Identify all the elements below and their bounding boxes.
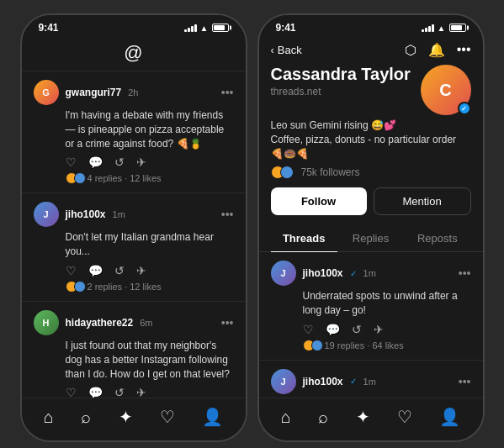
tab-replies[interactable]: Replies xyxy=(337,225,404,251)
avatar-2: J xyxy=(34,202,59,227)
post-stats-2: 2 replies · 12 likes xyxy=(66,281,234,293)
post-actions-2: ♡ 💬 ↺ ✈ xyxy=(66,264,234,277)
more-btn-1[interactable]: ••• xyxy=(221,86,234,99)
status-time-1: 9:41 xyxy=(39,22,59,34)
back-button[interactable]: ‹ Back xyxy=(271,44,302,56)
profile-post-header-2: J jiho100x ✓ 1m ••• xyxy=(271,369,471,394)
profile-post-stats-1: 19 replies · 64 likes xyxy=(303,340,471,351)
repost-icon-1[interactable]: ↺ xyxy=(114,155,125,169)
nav-home-icon-2[interactable]: ⌂ xyxy=(281,408,291,427)
more-btn-2[interactable]: ••• xyxy=(221,208,234,221)
repost-icon-2[interactable]: ↺ xyxy=(114,264,125,277)
nav-profile-icon-2[interactable]: 👤 xyxy=(439,407,460,427)
instagram-icon[interactable]: ⬡ xyxy=(405,42,416,58)
nav-likes-icon-2[interactable]: ♡ xyxy=(397,407,412,427)
followers-count: 75k followers xyxy=(301,166,360,178)
profile-comment-icon-1[interactable]: 💬 xyxy=(326,323,340,336)
profile-more-btn-1[interactable]: ••• xyxy=(459,266,471,280)
nav-search-icon[interactable]: ⌕ xyxy=(81,408,91,427)
mini-avatars-1 xyxy=(66,172,82,184)
profile-username-2[interactable]: jiho100x xyxy=(303,376,343,387)
username-2[interactable]: jiho100x xyxy=(66,208,106,220)
post-content-3: I just found out that my neighbor's dog … xyxy=(66,339,234,381)
post-stats-text-1: 4 replies · 12 likes xyxy=(88,173,162,183)
comment-icon-3[interactable]: 💬 xyxy=(88,386,103,398)
nav-search-icon-2[interactable]: ⌕ xyxy=(318,408,328,427)
battery-icon-2 xyxy=(449,24,466,32)
signal-icon xyxy=(184,24,197,32)
profile-more-btn-2[interactable]: ••• xyxy=(459,375,471,388)
status-bar-1: 9:41 ▲ xyxy=(22,15,246,37)
more-options-icon[interactable]: ••• xyxy=(457,42,471,58)
back-chevron-icon: ‹ xyxy=(271,44,274,56)
profile-username-1[interactable]: jiho100x xyxy=(303,267,343,279)
post-3: H hidayathere22 6m ••• I just found out … xyxy=(22,302,246,398)
post-actions-3: ♡ 💬 ↺ ✈ xyxy=(66,386,234,398)
battery-icon xyxy=(212,24,229,32)
follow-button[interactable]: Follow xyxy=(271,187,367,215)
nav-home-icon[interactable]: ⌂ xyxy=(44,408,54,427)
share-icon-3[interactable]: ✈ xyxy=(136,386,146,398)
profile-post-content-1: Underrated spots to unwind after a long … xyxy=(303,289,471,318)
profile-tabs: Threads Replies Reposts xyxy=(259,225,483,252)
back-label: Back xyxy=(278,44,302,56)
profile-main: Cassandra Taylor threads.net C ✓ Leo sun… xyxy=(259,65,483,252)
signal-icon-2 xyxy=(422,24,434,32)
notifications-icon[interactable]: 🔔 xyxy=(428,42,445,58)
username-1[interactable]: gwanguri77 xyxy=(66,87,122,98)
profile-share-icon-1[interactable]: ✈ xyxy=(374,323,384,336)
heart-icon-1[interactable]: ♡ xyxy=(66,155,77,169)
heart-icon-3[interactable]: ♡ xyxy=(66,386,77,398)
profile-post-1: J jiho100x ✓ 1m ••• Underrated spots to … xyxy=(259,252,483,361)
mention-button[interactable]: Mention xyxy=(374,187,471,215)
bottom-nav-1: ⌂ ⌕ ✦ ♡ 👤 xyxy=(22,398,246,440)
followers-mini-avatars xyxy=(271,166,289,179)
avatar-1: G xyxy=(34,80,59,105)
post-header-1: G gwanguri77 2h ••• xyxy=(34,80,234,105)
profile-header-icons: ⬡ 🔔 ••• xyxy=(405,42,471,58)
tab-threads[interactable]: Threads xyxy=(271,225,337,251)
status-icons-1: ▲ xyxy=(184,24,229,33)
feed[interactable]: G gwanguri77 2h ••• I'm having a debate … xyxy=(22,71,246,398)
profile-handle: threads.net xyxy=(271,86,411,98)
profile-post-header-1: J jiho100x ✓ 1m ••• xyxy=(271,261,471,286)
profile-name-handle: Cassandra Taylor threads.net xyxy=(271,65,411,98)
profile-avatar: C ✓ xyxy=(421,65,471,115)
nav-create-icon[interactable]: ✦ xyxy=(119,407,133,427)
post-time-2: 1m xyxy=(113,209,125,219)
status-time-2: 9:41 xyxy=(276,22,296,34)
post-content-2: Don't let my Italian grandma hear you... xyxy=(66,230,234,259)
wifi-icon-2: ▲ xyxy=(438,24,446,33)
profile-avatar-post-2: J xyxy=(271,369,296,394)
repost-icon-3[interactable]: ↺ xyxy=(114,386,125,398)
tab-reposts[interactable]: Reposts xyxy=(404,225,470,251)
profile-mini-avatars-1 xyxy=(303,340,320,351)
profile-post-user-info-1: J jiho100x ✓ 1m xyxy=(271,261,376,286)
heart-icon-2[interactable]: ♡ xyxy=(66,264,77,277)
nav-profile-icon[interactable]: 👤 xyxy=(202,407,223,427)
profile-top: Cassandra Taylor threads.net C ✓ xyxy=(271,65,471,115)
profile-post-2: J jiho100x ✓ 1m ••• V excited about the … xyxy=(259,361,483,398)
profile-repost-icon-1[interactable]: ↺ xyxy=(352,323,362,336)
more-btn-3[interactable]: ••• xyxy=(221,316,234,329)
profile-post-actions-1: ♡ 💬 ↺ ✈ xyxy=(303,323,471,336)
share-icon-1[interactable]: ✈ xyxy=(136,155,146,169)
nav-likes-icon[interactable]: ♡ xyxy=(160,407,175,427)
post-2: J jiho100x 1m ••• Don't let my Italian g… xyxy=(22,193,246,302)
profile-feed[interactable]: J jiho100x ✓ 1m ••• Underrated spots to … xyxy=(259,252,483,398)
profile-post-time-1: 1m xyxy=(363,268,376,278)
profile-nav-bar: ‹ Back ⬡ 🔔 ••• xyxy=(259,37,483,65)
username-3[interactable]: hidayathere22 xyxy=(66,317,134,329)
profile-heart-icon-1[interactable]: ♡ xyxy=(303,323,314,336)
post-content-1: I'm having a debate with my friends — is… xyxy=(66,108,234,150)
comment-icon-1[interactable]: 💬 xyxy=(88,155,103,169)
post-time-1: 2h xyxy=(128,87,138,98)
post-stats-1: 4 replies · 12 likes xyxy=(66,172,234,184)
phone-profile: 9:41 ▲ ‹ Back ⬡ 🔔 xyxy=(257,13,485,442)
nav-create-icon-2[interactable]: ✦ xyxy=(356,407,370,427)
profile-actions: Follow Mention xyxy=(271,187,471,215)
post-time-3: 6m xyxy=(140,318,152,328)
comment-icon-2[interactable]: 💬 xyxy=(88,264,103,277)
profile-avatar-post-1: J xyxy=(271,261,296,286)
share-icon-2[interactable]: ✈ xyxy=(136,264,146,277)
